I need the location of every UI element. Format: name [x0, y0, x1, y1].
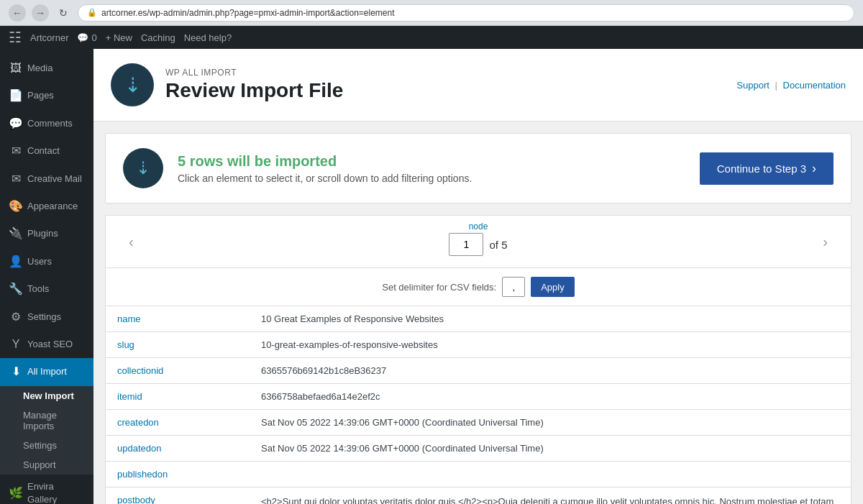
comments-icon: 💬 — [9, 116, 23, 132]
field-publishedon[interactable]: publishedon — [106, 462, 250, 487]
appearance-icon: 🎨 — [9, 198, 23, 214]
sidebar-label-media: Media — [27, 62, 85, 75]
plugin-title: Review Import File — [165, 79, 343, 102]
left-arrow-icon: ‹ — [129, 234, 134, 249]
field-itemid[interactable]: itemid — [106, 384, 250, 410]
field-value-publishedon — [250, 462, 851, 487]
support-link[interactable]: Support — [736, 80, 770, 91]
plugin-header-left: ⇣ WP ALL IMPORT Review Import File — [111, 63, 343, 106]
page-of-text: of 5 — [489, 239, 507, 251]
rows-text: 5 rows will be imported — [178, 153, 472, 170]
help-item[interactable]: Need help? — [184, 32, 232, 43]
site-name[interactable]: Artcorner — [30, 32, 68, 43]
sidebar: 🖼 Media 📄 Pages 💬 Comments ✉ Contact ✉ C… — [0, 49, 93, 504]
url-text: artcorner.es/wp-admin/admin.php?page=pmx… — [101, 8, 395, 18]
sidebar-item-yoast[interactable]: Y Yoast SEO — [0, 331, 93, 358]
delimiter-input[interactable] — [502, 277, 525, 297]
plugin-label: WP ALL IMPORT — [165, 68, 343, 78]
sidebar-item-envira[interactable]: 🌿 Envira Gallery — [0, 475, 93, 504]
sidebar-item-creative-mail[interactable]: ✉ Creative Mail — [0, 165, 93, 193]
caching-label: Caching — [141, 32, 175, 43]
postbody-content: <h2>Sunt qui dolor voluptas veritatis do… — [261, 495, 839, 504]
sidebar-item-users[interactable]: 👤 Users — [0, 248, 93, 275]
creative-mail-icon: ✉ — [9, 171, 23, 187]
sidebar-label-settings: Settings — [27, 311, 85, 324]
field-value-name: 10 Great Examples of Responsive Websites — [250, 306, 851, 332]
admin-bar-left: ☷ Artcorner 💬 0 + New Caching Need help? — [9, 29, 232, 46]
table-row: itemid 6366758abefaed6a14e2ef2c — [106, 384, 851, 410]
plugins-icon: 🔌 — [9, 226, 23, 242]
wp-admin: ☷ Artcorner 💬 0 + New Caching Need help?… — [0, 26, 863, 504]
table-row: updatedon Sat Nov 05 2022 14:39:06 GMT+0… — [106, 436, 851, 462]
sidebar-label-plugins: Plugins — [27, 227, 85, 240]
wp-logo[interactable]: ☷ — [9, 29, 22, 46]
sidebar-label-envira: Envira Gallery — [27, 480, 85, 504]
back-button[interactable]: ← — [9, 4, 26, 22]
page-number-input[interactable] — [449, 233, 483, 256]
reload-button[interactable]: ↻ — [55, 4, 72, 22]
sidebar-item-pages[interactable]: 📄 Pages — [0, 82, 93, 109]
sidebar-label-pages: Pages — [27, 89, 85, 102]
right-arrow-icon: › — [823, 234, 828, 249]
sidebar-sub-manage-imports[interactable]: Manage Imports — [0, 406, 93, 436]
continue-arrow: › — [812, 161, 816, 176]
tools-icon: 🔧 — [9, 281, 23, 297]
comment-icon: 💬 — [77, 32, 88, 43]
field-updatedon[interactable]: updatedon — [106, 436, 250, 462]
settings-sub-label: Settings — [23, 440, 57, 451]
field-createdon[interactable]: createdon — [106, 410, 250, 436]
field-value-postbody: <h2>Sunt qui dolor voluptas veritatis do… — [250, 487, 851, 505]
sidebar-item-settings[interactable]: ⚙ Settings — [0, 303, 93, 331]
node-label: node — [469, 221, 488, 232]
continue-button[interactable]: Continue to Step 3 › — [700, 152, 834, 185]
site-label: Artcorner — [30, 32, 68, 43]
table-row: collectionid 6365576b69142b1c8eB36237 — [106, 358, 851, 384]
all-import-icon: ⬇ — [9, 364, 23, 380]
url-bar[interactable]: 🔒 artcorner.es/wp-admin/admin.php?page=p… — [78, 4, 854, 22]
sidebar-sub-new-import[interactable]: New Import — [0, 386, 93, 406]
data-table: name 10 Great Examples of Responsive Web… — [106, 306, 851, 504]
field-postbody[interactable]: postbody — [106, 487, 250, 505]
support-sub-label: Support — [23, 459, 56, 470]
sidebar-label-tools: Tools — [27, 283, 85, 295]
sidebar-label-creative-mail: Creative Mail — [27, 173, 85, 185]
sidebar-sub-support[interactable]: Support — [0, 455, 93, 475]
import-icon: ⇣ — [123, 148, 163, 188]
contact-icon: ✉ — [9, 143, 23, 159]
continue-label: Continue to Step 3 — [717, 162, 806, 175]
sidebar-item-comments[interactable]: 💬 Comments — [0, 110, 93, 137]
forward-button[interactable]: → — [32, 4, 49, 22]
plugin-logo-icon: ⇣ — [124, 73, 141, 97]
link-separator: | — [775, 80, 777, 91]
import-text: 5 rows will be imported Click an element… — [178, 153, 472, 184]
table-row: createdon Sat Nov 05 2022 14:39:06 GMT+0… — [106, 410, 851, 436]
field-collectionid[interactable]: collectionid — [106, 358, 250, 384]
docs-link[interactable]: Documentation — [783, 80, 846, 91]
sidebar-item-appearance[interactable]: 🎨 Appearance — [0, 193, 93, 220]
new-item[interactable]: + New — [106, 32, 132, 43]
sidebar-item-plugins[interactable]: 🔌 Plugins — [0, 220, 93, 247]
import-download-icon: ⇣ — [136, 158, 150, 178]
apply-button[interactable]: Apply — [531, 277, 575, 297]
comments-item[interactable]: 💬 0 — [77, 32, 96, 43]
next-node-button[interactable]: › — [817, 231, 834, 253]
sidebar-item-all-import[interactable]: ⬇ All Import — [0, 358, 93, 385]
sidebar-item-media[interactable]: 🖼 Media — [0, 55, 93, 82]
sidebar-label-comments: Comments — [27, 117, 85, 130]
table-row: name 10 Great Examples of Responsive Web… — [106, 306, 851, 332]
field-slug[interactable]: slug — [106, 332, 250, 358]
users-icon: 👤 — [9, 254, 23, 270]
new-label: + New — [106, 32, 132, 43]
field-name[interactable]: name — [106, 306, 250, 332]
new-import-label: New Import — [23, 390, 74, 401]
sidebar-sub-settings[interactable]: Settings — [0, 436, 93, 455]
caching-item[interactable]: Caching — [141, 32, 175, 43]
admin-top-bar: ☷ Artcorner 💬 0 + New Caching Need help? — [0, 26, 863, 49]
node-nav: node ‹ of 5 › — [106, 216, 851, 268]
media-icon: 🖼 — [9, 60, 23, 76]
page-content: ⇣ WP ALL IMPORT Review Import File Suppo… — [93, 49, 863, 504]
prev-node-button[interactable]: ‹ — [123, 231, 140, 253]
sidebar-item-contact[interactable]: ✉ Contact — [0, 137, 93, 165]
sidebar-item-tools[interactable]: 🔧 Tools — [0, 275, 93, 303]
table-row: publishedon — [106, 462, 851, 487]
